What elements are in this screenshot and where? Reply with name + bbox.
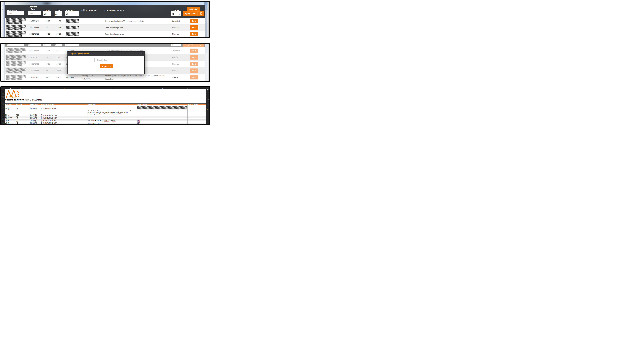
cell-a11[interactable]: 301-303 AJ (5, 116, 12, 118)
column-header-B[interactable]: B (16, 87, 26, 89)
status-cell: Planned (169, 54, 182, 61)
cell-d15[interactable]: 8 (40, 123, 43, 124)
export-button[interactable]: Export (100, 64, 113, 68)
svg-text:x: x (201, 13, 202, 14)
cell-b15[interactable]: T5D (16, 123, 19, 124)
row-number[interactable]: 11 (1, 116, 5, 118)
row-number[interactable]: 5 (1, 97, 5, 98)
cell-d9[interactable]: 4 (40, 105, 43, 110)
row-number[interactable]: 6 (1, 98, 5, 101)
row-number[interactable]: 12 (1, 118, 5, 119)
cell-c11[interactable]: 26/02/2022 (26, 116, 41, 118)
column-header-E[interactable]: E (42, 87, 87, 89)
cell-g15[interactable]: MFC (137, 123, 140, 124)
row-number[interactable]: 8 (1, 103, 5, 105)
cell-d14[interactable]: 6 (40, 121, 43, 123)
sidebar-navigator-icon[interactable] (207, 103, 209, 105)
cell-c9[interactable]: 26/02/2022 (26, 105, 41, 110)
apply-filter-button[interactable]: Apply Filter (183, 11, 198, 16)
row-number[interactable]: 13 (1, 119, 5, 121)
cleaning-date-input[interactable]: Cleaning Date * (94, 58, 118, 62)
cell-a15[interactable]: 521 AJ (5, 123, 9, 124)
row-number[interactable]: 10 (1, 110, 5, 116)
row-number[interactable]: 3 (1, 93, 5, 95)
edit-button[interactable]: Edit (190, 25, 198, 30)
edit-button[interactable]: Edit (190, 19, 198, 23)
cell-e12[interactable]: Same day change over. (43, 118, 57, 119)
row-number[interactable]: 9 (1, 105, 5, 110)
row-number[interactable]: 15 (1, 123, 5, 124)
cleaning-date-filter-input[interactable]: Filter (28, 44, 41, 46)
sidebar-gallery-icon[interactable] (207, 99, 209, 101)
cell-c13[interactable]: 26/02/2022 (26, 119, 41, 121)
cell-b10[interactable]: T5D (16, 110, 19, 116)
row-number[interactable]: 4 (1, 95, 5, 97)
cell-d10[interactable]: 7 (40, 110, 43, 116)
cell-a12[interactable]: 329 AJ (5, 118, 9, 119)
cell-e10[interactable]: Same day change over. (43, 110, 57, 116)
from-filter-dropdown[interactable]: Filter All ▼ (44, 11, 51, 15)
apartment-filter-input[interactable] (7, 11, 24, 15)
cell-a9[interactable]: 231 AJ (5, 105, 9, 110)
cell-f10[interactable]: all our beds should be made, regardless … (88, 110, 132, 115)
sidebar-properties-icon[interactable] (207, 89, 209, 91)
cell-a14[interactable]: 424 AJ (5, 121, 9, 123)
cell-g13[interactable]: MFC (137, 119, 140, 121)
column-header-G[interactable]: G (137, 87, 187, 89)
cell-f15[interactable]: Always add 1x Coffe (88, 123, 100, 124)
cell-e13[interactable]: Same day change over. (43, 119, 57, 121)
to-filter-dropdown[interactable]: Filter All ▼ (55, 11, 62, 15)
edit-button[interactable]: Edit (190, 69, 198, 73)
cell-d13[interactable]: 9 (40, 119, 43, 121)
cell-e11[interactable]: Same day change over. (43, 116, 57, 118)
table-row: 26/02/2022 14:15 14:30 Guests leaving Sa… (5, 18, 205, 24)
add-new-button[interactable]: Add New (187, 7, 200, 11)
edit-button[interactable]: Edit (190, 75, 198, 79)
sidebar-functions-icon[interactable]: fx (207, 108, 209, 110)
cell-e9[interactable]: Same day change over. (43, 105, 57, 110)
cell-b14[interactable]: T3 (16, 121, 18, 123)
apply-filter-button[interactable]: Apply Filter (183, 44, 198, 47)
cell-d12[interactable]: 4 (40, 118, 43, 119)
edit-button[interactable]: Edit (190, 49, 198, 53)
status-filter-dropdown[interactable]: Filter All ▼ (171, 11, 181, 15)
cell-a13[interactable]: 333 AJ (5, 119, 9, 121)
to-filter-dropdown[interactable]: All (55, 44, 62, 46)
from-filter-dropdown[interactable]: All (44, 44, 51, 46)
cell-e14[interactable]: Same day change over. (43, 121, 57, 123)
scrollbar-strip[interactable] (207, 44, 209, 81)
cell-c10[interactable]: 26/02/2022 (26, 110, 41, 116)
row-number[interactable]: 1 (1, 89, 5, 91)
cleaner-filter-dropdown[interactable]: Filter All ▼ (65, 11, 79, 15)
cell-b12[interactable]: T3 (16, 118, 18, 119)
chevron-down-icon: ▼ (61, 14, 62, 15)
cell-d11[interactable]: 4 (40, 116, 43, 118)
cell-c14[interactable]: 26/02/2022 (26, 121, 41, 123)
cell-g14[interactable]: MFC (137, 121, 140, 123)
cell-f13[interactable]: Always add 4x Robes - 1x Prosecco - 1x C… (88, 119, 115, 121)
column-header-A[interactable]: A (5, 87, 16, 89)
cell-c15[interactable]: 26/02/2022 (26, 123, 41, 124)
edit-button[interactable]: Edit (190, 32, 198, 36)
row-number[interactable]: 2 (1, 91, 5, 93)
close-icon[interactable]: ✕ (141, 53, 143, 55)
column-header-F[interactable]: F (87, 87, 137, 89)
export-excel-button[interactable]: x (198, 11, 204, 16)
cell-b11[interactable]: T3 (16, 116, 18, 118)
column-header-C[interactable]: C (26, 87, 41, 89)
status-filter-dropdown[interactable]: All (171, 44, 181, 46)
cleaner-filter-dropdown[interactable]: All (65, 44, 79, 46)
scrollbar-strip[interactable] (207, 2, 209, 37)
cell-c12[interactable]: 26/02/2022 (26, 118, 41, 119)
apartment-filter-input[interactable]: Filter (7, 44, 24, 46)
cell-b9[interactable]: T3 (16, 105, 18, 110)
cleaning-date-filter-input[interactable] (28, 11, 41, 15)
export-excel-button[interactable] (198, 44, 204, 47)
cell-a10[interactable]: 239 AJ (5, 110, 9, 116)
edit-button[interactable]: Edit (190, 55, 198, 59)
cell-e15[interactable]: Same day change over. (43, 123, 57, 124)
cell-b13[interactable]: T5D (16, 119, 19, 121)
row-number[interactable]: 7 (1, 101, 5, 103)
sidebar-styles-icon[interactable] (207, 94, 209, 96)
edit-button[interactable]: Edit (190, 62, 198, 66)
